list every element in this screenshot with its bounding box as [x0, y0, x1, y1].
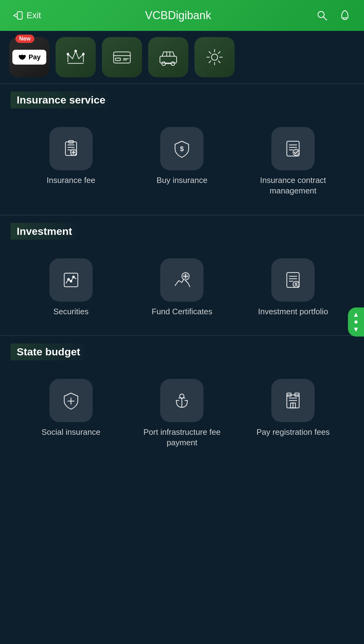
investment-section-title: Investment [9, 223, 82, 240]
svg-line-2 [323, 17, 327, 20]
doc-check-icon [284, 139, 302, 158]
svg-rect-0 [17, 12, 22, 19]
fund-certificates-label: Fund Certificates [152, 307, 212, 317]
service-item-social-insurance[interactable]: Social insurance [15, 373, 127, 454]
scroll-indicator[interactable]: ▲ ▼ [348, 307, 364, 337]
svg-point-16 [171, 62, 175, 66]
exit-label: Exit [27, 11, 41, 20]
service-item-insurance-fee[interactable]: Insurance fee [15, 121, 127, 202]
exit-button[interactable]: Exit [12, 10, 41, 21]
investment-section-header: Investment [0, 215, 364, 243]
insurance-fee-icon-wrap [49, 127, 93, 170]
social-insurance-icon-wrap [49, 379, 93, 422]
svg-text:$: $ [295, 282, 297, 287]
scroll-dot [354, 320, 358, 324]
investment-grid: Securities Fund Certificates $ I [0, 243, 364, 336]
port-infrastructure-label: Port infrastructure fee payment [130, 427, 235, 448]
service-item-investment-portfolio[interactable]: $ Investment portfolio [237, 252, 349, 323]
insurance-contract-icon-wrap [271, 127, 315, 170]
crown-icon [65, 46, 86, 68]
service-item-fund-certificates[interactable]: Fund Certificates [127, 252, 238, 323]
insurance-contract-label: Insurance contract management [241, 175, 345, 196]
buy-insurance-label: Buy insurance [157, 175, 207, 186]
insurance-section-header: Insurance service [0, 84, 364, 112]
shield-plus-icon [62, 391, 80, 410]
anchor-icon [173, 391, 191, 410]
scroll-up-arrow[interactable]: ▲ [353, 311, 359, 318]
taxi-icon [157, 46, 179, 68]
fund-certificates-icon-wrap [160, 258, 203, 302]
service-item-pay-registration[interactable]: Pay registration fees [237, 373, 349, 454]
svg-point-38 [73, 276, 74, 278]
securities-label: Securities [53, 307, 89, 317]
investment-portfolio-label: Investment portfolio [258, 307, 328, 317]
state-budget-grid: Social insurance Port infrastructure fee… [0, 363, 364, 467]
service-item-port-infrastructure[interactable]: Port infrastructure fee payment [127, 373, 238, 454]
doc-dollar-icon: $ [284, 271, 302, 289]
bell-icon [339, 9, 351, 22]
service-item-buy-insurance[interactable]: $ Buy insurance [127, 121, 238, 202]
svg-point-20 [211, 54, 218, 60]
gear-icon [204, 46, 225, 68]
svg-point-36 [68, 278, 69, 280]
shield-dollar-icon: $ [173, 139, 191, 158]
quick-item-taxi[interactable] [148, 37, 188, 77]
svg-point-6 [67, 53, 69, 55]
state-budget-section-header: State budget [0, 336, 364, 363]
quick-access-row: New Pay [0, 31, 364, 83]
logo-digibank: Digibank [168, 9, 211, 22]
svg-point-15 [162, 62, 165, 66]
search-button[interactable] [315, 9, 329, 22]
new-badge: New [15, 35, 34, 43]
pay-registration-label: Pay registration fees [257, 427, 330, 438]
chart-plus-icon [173, 271, 191, 289]
quick-item-settings[interactable] [195, 37, 235, 77]
quick-item-apple-pay[interactable]: New Pay [9, 37, 49, 77]
logo-vcb: VCB [145, 9, 168, 22]
card-icon [111, 46, 133, 68]
app-header: Exit VCBDigibank [0, 0, 364, 31]
search-icon [316, 9, 328, 22]
svg-point-7 [75, 50, 77, 52]
port-infrastructure-icon-wrap [160, 379, 203, 422]
state-budget-section-title: State budget [9, 343, 90, 360]
quick-item-crown[interactable] [56, 37, 96, 77]
quick-item-card[interactable] [102, 37, 142, 77]
svg-text:$: $ [180, 145, 184, 153]
svg-rect-9 [114, 52, 130, 63]
service-item-insurance-contract[interactable]: Insurance contract management [237, 121, 349, 202]
svg-point-8 [82, 53, 84, 55]
chart-image-icon [62, 271, 80, 289]
social-insurance-label: Social insurance [41, 427, 100, 438]
building-doc-icon [284, 391, 302, 410]
buy-insurance-icon-wrap: $ [160, 127, 203, 170]
scroll-down-arrow[interactable]: ▼ [353, 326, 359, 333]
investment-portfolio-icon-wrap: $ [271, 258, 315, 302]
pay-registration-icon-wrap [271, 379, 315, 422]
app-logo: VCBDigibank [145, 9, 211, 22]
insurance-fee-label: Insurance fee [47, 175, 95, 186]
insurance-section-title: Insurance service [9, 91, 115, 108]
header-actions [315, 9, 352, 22]
insurance-grid: Insurance fee $ Buy insurance Insurance … [0, 112, 364, 215]
clipboard-plus-icon [62, 139, 80, 158]
service-item-securities[interactable]: Securities [15, 252, 127, 323]
svg-rect-11 [115, 58, 120, 61]
svg-point-37 [70, 280, 72, 282]
notification-button[interactable] [338, 9, 352, 22]
securities-icon-wrap [49, 258, 93, 302]
